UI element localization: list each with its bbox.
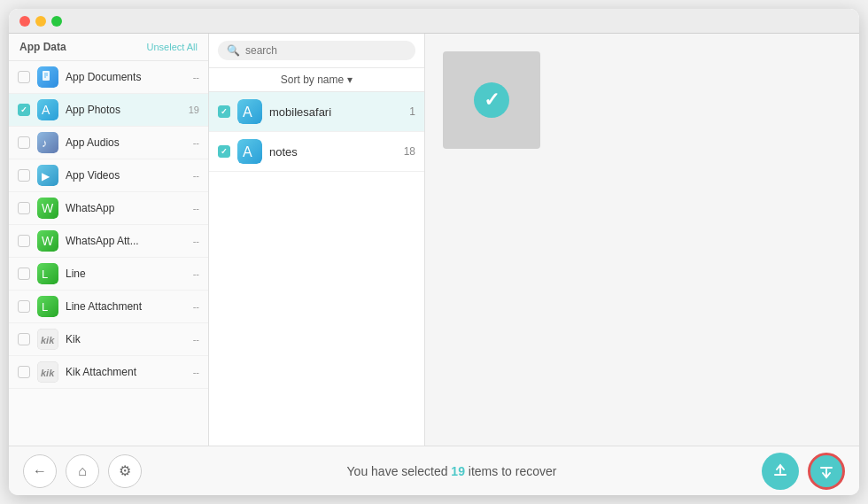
sidebar-item-app-photos[interactable]: AApp Photos19 bbox=[9, 94, 208, 127]
back-icon: ← bbox=[33, 463, 47, 479]
sidebar-checkbox-app-documents[interactable] bbox=[18, 71, 30, 83]
sidebar-item-line-att[interactable]: LLine Attachment-- bbox=[9, 291, 208, 323]
middle-item-count-notes: 18 bbox=[404, 145, 415, 158]
sidebar-item-name-kik: Kik bbox=[66, 333, 186, 345]
sidebar-item-app-documents[interactable]: App Documents-- bbox=[9, 61, 208, 94]
search-input-wrapper[interactable]: 🔍 bbox=[218, 41, 415, 60]
sidebar-item-app-audios[interactable]: ♪App Audios-- bbox=[9, 127, 208, 159]
sidebar-icon-line-att: L bbox=[37, 296, 58, 317]
sidebar-checkbox-whatsapp[interactable] bbox=[18, 202, 30, 214]
close-button[interactable] bbox=[19, 16, 30, 27]
sidebar-item-count-whatsapp: -- bbox=[193, 203, 199, 213]
sidebar-item-count-app-documents: -- bbox=[193, 72, 199, 82]
sidebar-items-list: App Documents--AApp Photos19♪App Audios-… bbox=[9, 61, 208, 389]
settings-button[interactable]: ⚙ bbox=[108, 454, 142, 488]
bottom-bar: ← ⌂ ⚙ You have selected 19 items to reco… bbox=[9, 446, 859, 495]
svg-text:kik: kik bbox=[41, 368, 55, 378]
middle-item-count-mobilesafari: 1 bbox=[409, 105, 415, 118]
middle-item-notes[interactable]: Anotes18 bbox=[209, 132, 424, 172]
sidebar-icon-kik-att: kik bbox=[37, 361, 58, 383]
search-input[interactable] bbox=[245, 44, 407, 57]
sidebar-item-count-app-photos: 19 bbox=[189, 105, 199, 115]
sort-chevron-icon: ▾ bbox=[347, 74, 353, 86]
sidebar-icon-app-photos: A bbox=[37, 99, 58, 120]
main-window: App Data Unselect All App Documents--AAp… bbox=[9, 9, 859, 495]
sidebar-item-count-kik: -- bbox=[193, 334, 199, 345]
middle-icon-mobilesafari: A bbox=[237, 99, 262, 124]
sidebar-item-kik[interactable]: kikKik-- bbox=[9, 323, 208, 356]
sidebar-item-count-app-videos: -- bbox=[193, 170, 199, 181]
preview-check-icon: ✓ bbox=[474, 82, 509, 118]
middle-item-name-notes: notes bbox=[269, 145, 397, 159]
sidebar-checkbox-app-photos[interactable] bbox=[18, 104, 30, 116]
svg-text:A: A bbox=[243, 144, 252, 159]
sidebar-checkbox-whatsapp-att[interactable] bbox=[18, 235, 30, 247]
sidebar-item-count-line-att: -- bbox=[193, 301, 199, 312]
sidebar-checkbox-line-att[interactable] bbox=[18, 300, 30, 313]
sidebar-checkbox-app-audios[interactable] bbox=[18, 136, 30, 149]
titlebar bbox=[9, 9, 859, 34]
sidebar-item-count-kik-att: -- bbox=[193, 367, 199, 377]
sidebar-item-app-videos[interactable]: ▶App Videos-- bbox=[9, 159, 208, 192]
sidebar-item-name-app-videos: App Videos bbox=[66, 169, 186, 182]
maximize-button[interactable] bbox=[51, 16, 62, 27]
sidebar-item-whatsapp[interactable]: WWhatsApp-- bbox=[9, 192, 208, 225]
search-bar: 🔍 bbox=[209, 34, 424, 68]
sidebar-item-name-kik-att: Kik Attachment bbox=[66, 366, 186, 378]
svg-rect-4 bbox=[37, 132, 58, 153]
sidebar-icon-app-videos: ▶ bbox=[37, 165, 58, 186]
sidebar-checkbox-line[interactable] bbox=[18, 268, 30, 280]
sidebar: App Data Unselect All App Documents--AAp… bbox=[9, 34, 209, 446]
sidebar-checkbox-app-videos[interactable] bbox=[18, 169, 30, 182]
sidebar-item-name-app-audios: App Audios bbox=[66, 136, 186, 149]
sidebar-checkbox-kik-att[interactable] bbox=[18, 366, 30, 378]
recover-button[interactable] bbox=[808, 453, 845, 490]
middle-panel: 🔍 Sort by name ▾ Amobilesafari1Anotes18 bbox=[209, 34, 425, 446]
sidebar-checkbox-kik[interactable] bbox=[18, 333, 30, 345]
recover-icon bbox=[818, 462, 835, 480]
sidebar-item-name-whatsapp: WhatsApp bbox=[66, 202, 186, 214]
sort-bar: Sort by name ▾ bbox=[209, 68, 424, 92]
svg-text:L: L bbox=[42, 300, 48, 314]
back-button[interactable]: ← bbox=[23, 454, 57, 488]
svg-text:W: W bbox=[42, 201, 54, 215]
svg-text:L: L bbox=[42, 268, 48, 281]
sort-button[interactable]: Sort by name ▾ bbox=[281, 74, 353, 86]
search-icon: 🔍 bbox=[227, 44, 240, 57]
sidebar-title: App Data bbox=[19, 41, 66, 53]
sidebar-icon-whatsapp: W bbox=[37, 198, 58, 219]
main-content: App Data Unselect All App Documents--AAp… bbox=[9, 34, 859, 446]
svg-text:kik: kik bbox=[41, 335, 55, 345]
minimize-button[interactable] bbox=[35, 16, 46, 27]
sidebar-item-line[interactable]: LLine-- bbox=[9, 258, 208, 291]
middle-checkbox-notes[interactable] bbox=[218, 145, 230, 158]
sidebar-icon-kik: kik bbox=[37, 329, 58, 350]
sidebar-item-kik-att[interactable]: kikKik Attachment-- bbox=[9, 356, 208, 389]
home-button[interactable]: ⌂ bbox=[66, 454, 99, 488]
sidebar-icon-app-documents bbox=[37, 66, 58, 88]
sidebar-item-name-app-documents: App Documents bbox=[66, 71, 186, 83]
export-button[interactable] bbox=[762, 453, 799, 490]
sidebar-item-count-app-audios: -- bbox=[193, 137, 199, 148]
settings-icon: ⚙ bbox=[119, 462, 131, 479]
sidebar-header: App Data Unselect All bbox=[9, 34, 208, 61]
svg-text:▶: ▶ bbox=[42, 170, 50, 182]
unselect-all-button[interactable]: Unselect All bbox=[147, 42, 198, 52]
home-icon: ⌂ bbox=[78, 463, 87, 479]
svg-text:♪: ♪ bbox=[42, 136, 48, 150]
middle-item-mobilesafari[interactable]: Amobilesafari1 bbox=[209, 92, 424, 132]
svg-rect-24 bbox=[774, 474, 787, 476]
middle-item-name-mobilesafari: mobilesafari bbox=[269, 105, 402, 119]
sidebar-icon-line: L bbox=[37, 263, 58, 284]
svg-text:W: W bbox=[42, 234, 54, 248]
selected-count: 19 bbox=[451, 464, 465, 478]
sidebar-item-whatsapp-att[interactable]: WWhatsApp Att...-- bbox=[9, 225, 208, 258]
sidebar-item-count-line: -- bbox=[193, 268, 199, 279]
middle-checkbox-mobilesafari[interactable] bbox=[218, 105, 230, 118]
svg-rect-26 bbox=[820, 467, 833, 469]
sidebar-item-name-app-photos: App Photos bbox=[66, 104, 182, 116]
sidebar-item-name-whatsapp-att: WhatsApp Att... bbox=[66, 235, 186, 247]
middle-list: Amobilesafari1Anotes18 bbox=[209, 92, 424, 446]
sidebar-icon-app-audios: ♪ bbox=[37, 132, 58, 153]
middle-icon-notes: A bbox=[237, 139, 262, 164]
